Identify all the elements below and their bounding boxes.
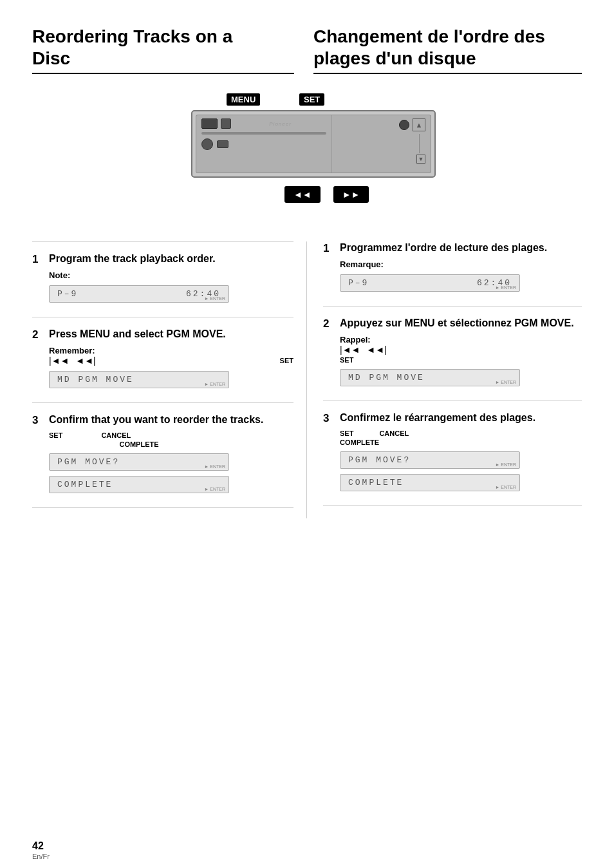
step-3-en-header: 3 Confirm that you want to reorder the t… [32, 413, 293, 428]
step-2-en-nav: |◄◄ ◄◄| SET [49, 355, 293, 366]
header-right: Changement de l'ordre des plages d'un di… [307, 26, 582, 74]
header-left: Reordering Tracks on a Disc [32, 26, 307, 74]
nav-fwd-button[interactable]: ►► [333, 186, 369, 203]
col-left: 1 Program the track playback order. Note… [32, 241, 307, 518]
step-1-en-note: Note: [49, 270, 293, 280]
step-2-en-display: MD PGM MOVE ► ENTER [49, 371, 229, 388]
title-en-line2: Disc [32, 48, 70, 68]
step-3-en-labels: SET CANCEL [49, 431, 293, 439]
step-2-en-text: Press MENU and select PGM MOVE. [49, 328, 293, 341]
step-1-fr-display: P–9 62:40 ► ENTER [340, 274, 520, 292]
set-label-en-3: SET [49, 431, 62, 439]
complete-label-en-3: COMPLETE [49, 440, 229, 448]
step-1-en-display: P–9 62:40 ► ENTER [49, 285, 229, 303]
step-1-fr-header: 1 Programmez l'ordre de lecture des plag… [323, 241, 582, 256]
display-tag-fr-3b: ► ENTER [495, 485, 516, 489]
separator-3-en [32, 402, 293, 403]
display-text-en-3b: COMPLETE [57, 480, 113, 489]
display-tag-en-3a: ► ENTER [204, 464, 225, 469]
display-tag-en-3b: ► ENTER [204, 487, 225, 491]
page-number: 42 [32, 840, 44, 852]
display-tag-fr-2: ► ENTER [495, 380, 516, 384]
display-text-fr-3b: COMPLETE [348, 478, 404, 487]
step-1-fr-number: 1 [323, 241, 333, 256]
title-fr: Changement de l'ordre des plages d'un di… [313, 26, 582, 74]
col-right: 1 Programmez l'ordre de lecture des plag… [307, 241, 582, 518]
separator-2-en [32, 317, 293, 317]
nav-back-button[interactable]: ◄◄ [284, 186, 321, 203]
step-3-en-text: Confirm that you want to reorder the tra… [49, 413, 293, 427]
display-text-en-2: MD PGM MOVE [57, 375, 134, 384]
display-text-fr-3a: PGM MOVE? [348, 455, 411, 465]
cancel-label-en-3: CANCEL [101, 431, 131, 439]
nav-fwd-icon-fr: ◄◄| [366, 344, 386, 355]
step-3-fr-text: Confirmez le réarrangement des plages. [340, 411, 582, 425]
nav-fwd-icon-en: ◄◄| [75, 355, 95, 366]
set-label: SET [299, 93, 324, 106]
step-3-fr: 3 Confirmez le réarrangement des plages.… [323, 411, 582, 491]
title-fr-line2: plages d'un disque [313, 48, 476, 68]
display-left-en-1: P–9 [57, 289, 78, 299]
step-3-en: 3 Confirm that you want to reorder the t… [32, 413, 293, 493]
page-lang: En/Fr [32, 853, 50, 860]
display-text-en-3a: PGM MOVE? [57, 457, 120, 467]
separator-3-fr [323, 401, 582, 401]
step-1-fr: 1 Programmez l'ordre de lecture des plag… [323, 241, 582, 292]
display-left-fr-1: P–9 [348, 278, 369, 288]
step-2-fr-number: 2 [323, 317, 333, 331]
step-2-fr-nav: |◄◄ ◄◄| [340, 344, 582, 355]
menu-label: MENU [227, 93, 260, 106]
step-2-fr: 2 Appuyez sur MENU et sélectionnez PGM M… [323, 317, 582, 386]
step-3-fr-number: 3 [323, 411, 333, 426]
step-1-en: 1 Program the track playback order. Note… [32, 252, 293, 303]
title-fr-text: Changement de l'ordre des [313, 26, 545, 46]
step-1-en-text: Program the track playback order. [49, 252, 293, 266]
separator-end-fr [323, 505, 582, 506]
set-label-fr-3: SET [340, 429, 353, 437]
separator-1-en [32, 241, 293, 242]
step-2-fr-header: 2 Appuyez sur MENU et sélectionnez PGM M… [323, 317, 582, 331]
step-2-en-header: 2 Press MENU and select PGM MOVE. [32, 328, 293, 342]
step-3-fr-header: 3 Confirmez le réarrangement des plages. [323, 411, 582, 426]
title-en: Reordering Tracks on a Disc [32, 26, 294, 74]
step-3-en-display1: PGM MOVE? ► ENTER [49, 453, 229, 471]
device-left: Pioneer [196, 115, 332, 173]
display-text-fr-2: MD PGM MOVE [348, 373, 425, 382]
nav-back-icon-fr: |◄◄ [340, 344, 360, 355]
nav-arrows: ◄◄ ►► [284, 186, 369, 203]
step-3-fr-display1: PGM MOVE? ► ENTER [340, 451, 520, 469]
step-2-fr-text: Appuyez sur MENU et sélectionnez PGM MOV… [340, 317, 582, 330]
step-1-fr-note: Remarque: [340, 259, 582, 269]
device-body: Pioneer ▲ [191, 110, 436, 178]
separator-end-en [32, 507, 293, 508]
page-container: Reordering Tracks on a Disc Changement d… [0, 0, 614, 868]
display-tag-fr-1: ► ENTER [495, 285, 516, 290]
step-2-fr-display: MD PGM MOVE ► ENTER [340, 369, 520, 386]
display-tag-en-2: ► ENTER [204, 382, 225, 386]
step-2-fr-remember: Rappel: [340, 335, 582, 344]
display-tag-en-1: ► ENTER [204, 296, 225, 301]
step-2-en-remember: Remember: [49, 346, 293, 355]
step-3-en-display2: COMPLETE ► ENTER [49, 476, 229, 493]
device-inner: Pioneer ▲ [196, 115, 431, 173]
set-tag-en: SET [280, 357, 293, 364]
title-en-text: Reordering Tracks on a [32, 26, 232, 46]
step-3-fr-display2: COMPLETE ► ENTER [340, 474, 520, 491]
separator-2-fr [323, 306, 582, 307]
step-1-fr-text: Programmez l'ordre de lecture des plages… [340, 241, 582, 255]
cancel-label-fr-3: CANCEL [379, 429, 409, 437]
complete-label-fr-3: COMPLETE [340, 439, 582, 446]
step-1-en-header: 1 Program the track playback order. [32, 252, 293, 267]
device-area: MENU SET Pioneer [32, 93, 582, 203]
step-3-en-number: 3 [32, 413, 42, 428]
step-1-en-number: 1 [32, 252, 42, 267]
step-2-en-number: 2 [32, 328, 42, 342]
set-label-fr-2: SET [340, 356, 582, 364]
device-right: ▲ ▼ [332, 115, 431, 173]
nav-back-icon-en: |◄◄ [49, 355, 69, 366]
content-columns: 1 Program the track playback order. Note… [32, 241, 582, 518]
step-3-fr-labels: SET CANCEL [340, 429, 582, 437]
step-2-en: 2 Press MENU and select PGM MOVE. Rememb… [32, 328, 293, 388]
display-tag-fr-3a: ► ENTER [495, 462, 516, 467]
header-row: Reordering Tracks on a Disc Changement d… [32, 26, 582, 74]
